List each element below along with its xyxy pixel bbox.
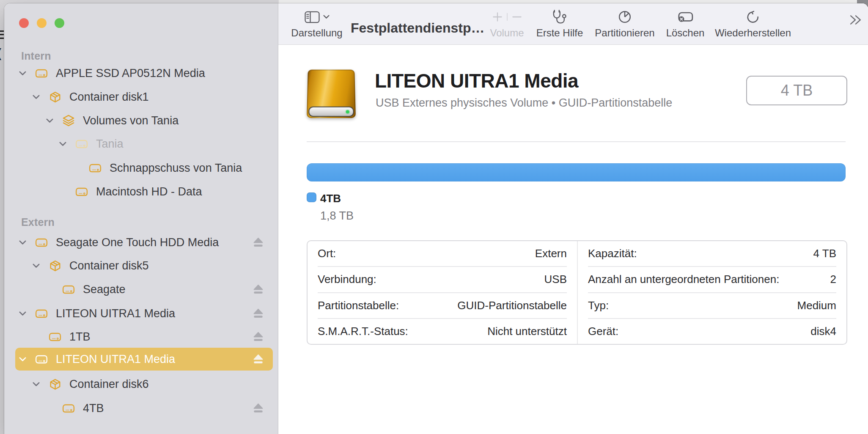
info-row-partitionen: Anzahl an untergeordneten Partitionen: 2: [588, 267, 836, 293]
volume-icon: [75, 137, 88, 150]
info-value: 2: [830, 273, 836, 286]
external-drive-icon: [35, 353, 48, 365]
background-window-fragment: E (: [0, 25, 4, 63]
chevron-down-icon[interactable]: [17, 302, 27, 325]
info-row-partitionstabelle: Partitionstabelle: GUID-Partitionstabell…: [318, 293, 567, 319]
legend-volume-name: 4TB: [320, 192, 341, 205]
volume-icon: [75, 185, 88, 198]
info-value: Extern: [535, 247, 567, 260]
sidebar-section-intern: Intern: [21, 50, 51, 62]
legend-color-swatch: [307, 192, 316, 202]
chevron-placeholder: [44, 278, 55, 301]
sidebar-item-volumes-von-tania[interactable]: Volumes von Tania: [15, 109, 273, 132]
info-row-geraet: Gerät: disk4: [588, 319, 836, 344]
chevron-down-icon[interactable]: [31, 85, 41, 108]
sidebar-item-container-disk5[interactable]: Container disk5: [15, 254, 273, 277]
eject-icon[interactable]: [252, 402, 264, 414]
sidebar-item-apple-ssd[interactable]: APPLE SSD AP0512N Media: [15, 62, 273, 85]
volume-icon: [62, 283, 75, 296]
volume-stack-icon: [62, 114, 75, 127]
sidebar-item-label: Seagate: [83, 283, 126, 296]
restore-arrow-icon: [746, 10, 760, 24]
sidebar-item-label: 4TB: [83, 402, 104, 415]
view-options-button[interactable]: Darstellung: [289, 8, 344, 39]
add-volume-button[interactable]: [492, 12, 503, 22]
sidebar-item-tania[interactable]: Tania: [15, 132, 273, 155]
info-row-typ: Typ: Medium: [588, 293, 836, 319]
sidebar-item-label: Schnappschuss von Tania: [110, 162, 242, 175]
info-value: disk4: [810, 325, 836, 338]
volume-label: Volume: [490, 27, 524, 39]
legend-volume-size: 1,8 TB: [320, 209, 354, 222]
sidebar-item-seagate[interactable]: Seagate: [15, 278, 273, 301]
sidebar-item-container-disk6[interactable]: Container disk6: [15, 373, 273, 396]
toolbar-overflow-button[interactable]: [849, 14, 862, 25]
container-box-icon: [49, 91, 61, 103]
info-value: Medium: [797, 299, 836, 312]
erase-button[interactable]: Löschen: [664, 8, 706, 39]
sidebar-item-liteon-uitra1-first[interactable]: LITEON UITRA1 Media: [15, 302, 273, 325]
sidebar-item-schnappschuss-von-tania[interactable]: Schnappschuss von Tania: [15, 157, 273, 179]
restore-label: Wiederherstellen: [715, 27, 791, 39]
sidebar-item-seagate-one-touch[interactable]: Seagate One Touch HDD Media: [15, 231, 273, 254]
minimize-window-button[interactable]: [37, 18, 47, 28]
sidebar-section-extern: Extern: [21, 216, 55, 228]
sidebar-item-liteon-uitra1-selected[interactable]: LITEON UITRA1 Media: [15, 348, 273, 371]
sidebar-item-label: Container disk1: [69, 91, 149, 104]
restore-button[interactable]: Wiederherstellen: [715, 8, 791, 39]
sidebar-item-1tb[interactable]: 1TB: [15, 325, 273, 348]
info-value: 4 TB: [813, 247, 836, 260]
sidebar-item-label: Tania: [96, 137, 124, 151]
chevron-down-icon[interactable]: [31, 373, 41, 396]
main-area: Darstellung Festplattendienstp… Volume E…: [278, 3, 868, 434]
external-drive-icon: [35, 67, 48, 80]
remove-volume-button[interactable]: [512, 12, 522, 22]
info-label: Partitionstabelle:: [318, 299, 399, 312]
info-label: S.M.A.R.T.-Status:: [318, 325, 408, 338]
info-column-left: Ort: Extern Verbindung: USB Partitionsta…: [308, 241, 577, 344]
first-aid-button[interactable]: Erste Hilfe: [534, 8, 585, 39]
chevron-placeholder: [44, 397, 55, 420]
partition-label: Partitionieren: [595, 27, 654, 39]
info-row-smart-status: S.M.A.R.T.-Status: Nicht unterstützt: [318, 319, 567, 344]
chevron-down-icon[interactable]: [17, 348, 27, 371]
info-label: Verbindung:: [318, 273, 376, 286]
info-label: Typ:: [588, 299, 609, 312]
chevron-down-icon[interactable]: [44, 109, 55, 132]
external-drive-icon: [35, 236, 48, 249]
eject-icon[interactable]: [252, 353, 264, 365]
chevron-down-icon[interactable]: [31, 254, 41, 277]
first-aid-label: Erste Hilfe: [536, 27, 583, 39]
partition-button[interactable]: Partitionieren: [591, 8, 659, 39]
chevron-down-icon[interactable]: [58, 132, 68, 155]
eject-icon[interactable]: [252, 236, 264, 248]
storage-usage-bar: [307, 163, 846, 181]
info-label: Kapazität:: [588, 247, 637, 260]
sidebar-item-container-disk1[interactable]: Container disk1: [15, 85, 273, 108]
zoom-window-button[interactable]: [55, 18, 64, 28]
info-row-verbindung: Verbindung: USB: [318, 267, 567, 293]
eject-icon[interactable]: [252, 283, 264, 295]
eject-icon[interactable]: [252, 331, 264, 343]
disk-info-table: Ort: Extern Verbindung: USB Partitionsta…: [307, 240, 847, 345]
sidebar-item-label: Container disk5: [69, 259, 149, 272]
erase-label: Löschen: [666, 27, 705, 39]
toolbar-separator: [507, 13, 508, 21]
info-row-kapazitaet: Kapazität: 4 TB: [588, 241, 836, 267]
sidebar-item-macintosh-hd-data[interactable]: Macintosh HD - Data: [15, 180, 273, 203]
close-window-button[interactable]: [19, 18, 29, 28]
eject-icon[interactable]: [252, 308, 264, 319]
volume-add-remove-group: Volume: [483, 8, 531, 39]
info-value: GUID-Partitionstabelle: [457, 299, 567, 312]
sidebar-item-label: LITEON UITRA1 Media: [56, 307, 175, 320]
info-value: Nicht unterstützt: [487, 325, 567, 338]
sidebar-item-label: 1TB: [69, 330, 91, 343]
chevron-placeholder: [58, 180, 68, 203]
sidebar: Intern APPLE SSD AP0512N Media Container…: [4, 3, 278, 434]
stethoscope-icon: [552, 9, 567, 25]
sidebar-item-4tb[interactable]: 4TB: [15, 397, 273, 420]
chevron-down-icon[interactable]: [17, 62, 27, 85]
pie-chart-icon: [618, 10, 632, 24]
chevron-placeholder: [71, 157, 81, 179]
chevron-down-icon[interactable]: [17, 231, 27, 254]
